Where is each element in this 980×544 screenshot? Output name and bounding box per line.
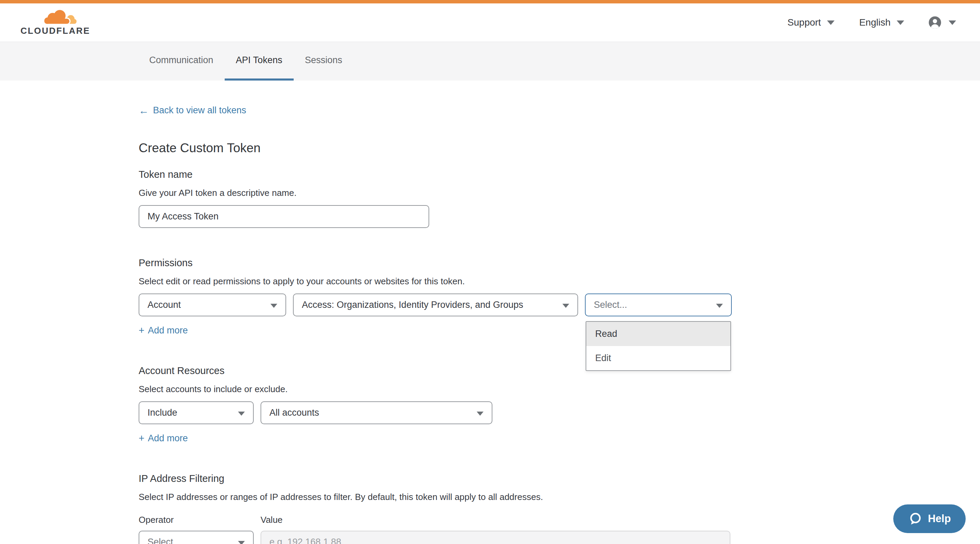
cloudflare-logo[interactable]: CLOUDFLARE (21, 9, 81, 36)
resource-mode-value: Include (148, 408, 177, 418)
chevron-down-icon (897, 21, 904, 25)
permissions-description: Select edit or read permissions to apply… (138, 276, 751, 287)
resource-mode-select[interactable]: Include (138, 401, 254, 424)
back-link[interactable]: ← Back to view all tokens (138, 105, 246, 116)
ip-filtering-heading: IP Address Filtering (138, 473, 751, 484)
language-menu-label: English (859, 17, 891, 28)
operator-select[interactable]: Select... (138, 531, 254, 544)
back-link-label: Back to view all tokens (153, 105, 246, 116)
permission-scope-value: Account (148, 300, 181, 310)
permissions-heading: Permissions (138, 257, 751, 269)
token-name-heading: Token name (138, 169, 751, 180)
user-avatar-icon (929, 16, 941, 29)
help-button-label: Help (928, 512, 951, 525)
account-resources-description: Select accounts to include or exclude. (138, 384, 751, 395)
menu-option-edit[interactable]: Edit (586, 346, 730, 370)
ip-value-input[interactable] (261, 531, 730, 544)
tab-api-tokens[interactable]: API Tokens (225, 42, 294, 81)
chevron-down-icon (716, 304, 723, 308)
chevron-down-icon (948, 21, 956, 25)
plus-icon: + (138, 325, 145, 335)
back-arrow-icon: ← (138, 105, 149, 116)
chevron-down-icon (827, 21, 835, 25)
value-label: Value (261, 515, 492, 525)
permission-resource-value: Access: Organizations, Identity Provider… (302, 300, 523, 310)
tab-sessions[interactable]: Sessions (294, 42, 354, 81)
main-content: ← Back to view all tokens Create Custom … (0, 81, 751, 544)
menu-option-read[interactable]: Read (586, 322, 730, 346)
support-menu[interactable]: Support (788, 17, 835, 28)
resource-accounts-value: All accounts (269, 408, 319, 418)
brand-accent-bar (0, 0, 980, 3)
resource-accounts-select[interactable]: All accounts (261, 401, 492, 424)
chevron-down-icon (562, 304, 569, 308)
account-resources-add-more-label: Add more (148, 433, 188, 444)
header-actions: Support English (788, 16, 956, 29)
permission-access-select[interactable]: Select... Read Edit (585, 293, 732, 316)
chevron-down-icon (238, 541, 245, 544)
permission-access-placeholder: Select... (594, 300, 627, 310)
tab-communication[interactable]: Communication (138, 42, 225, 81)
help-button[interactable]: Help (893, 504, 966, 533)
token-name-input[interactable] (138, 205, 429, 228)
app-header: CLOUDFLARE Support English (0, 3, 980, 42)
permissions-add-more-label: Add more (148, 325, 188, 336)
plus-icon: + (138, 433, 145, 443)
support-menu-label: Support (788, 17, 821, 28)
chat-bubble-icon (908, 512, 922, 526)
page-title: Create Custom Token (138, 141, 751, 155)
chevron-down-icon (477, 412, 484, 416)
cloudflare-wordmark: CLOUDFLARE (21, 25, 90, 36)
settings-tabbar: Communication API Tokens Sessions (0, 42, 980, 81)
permissions-add-more-link[interactable]: + Add more (138, 325, 188, 336)
ip-filtering-description: Select IP addresses or ranges of IP addr… (138, 492, 751, 502)
chevron-down-icon (238, 412, 245, 416)
access-options-menu: Read Edit (585, 321, 731, 371)
user-menu[interactable] (929, 16, 956, 29)
cloudflare-cloud-icon (43, 9, 77, 25)
account-resources-add-more-link[interactable]: + Add more (138, 433, 188, 444)
token-name-description: Give your API token a descriptive name. (138, 188, 751, 198)
permission-scope-select[interactable]: Account (138, 293, 286, 316)
permission-resource-select[interactable]: Access: Organizations, Identity Provider… (293, 293, 578, 316)
chevron-down-icon (270, 304, 277, 308)
operator-label: Operator (138, 515, 254, 525)
operator-select-placeholder: Select... (148, 537, 181, 544)
language-menu[interactable]: English (859, 17, 904, 28)
